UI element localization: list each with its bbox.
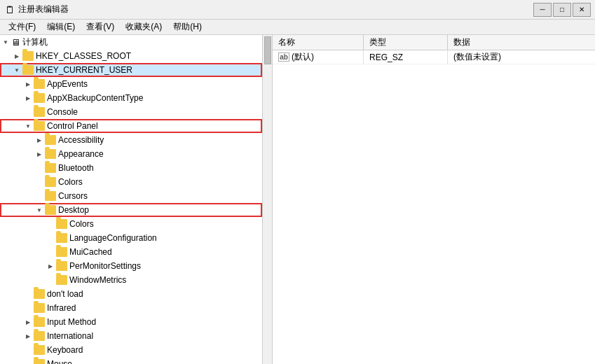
maximize-button[interactable]: □ — [553, 3, 571, 17]
tree-item-hkey-current-user[interactable]: HKEY_CURRENT_USER — [0, 63, 262, 77]
menu-file[interactable]: 文件(F) — [3, 20, 41, 34]
expand-arrow — [34, 176, 45, 188]
tree-item-control-panel[interactable]: Control Panel — [0, 119, 262, 133]
main-content: 🖥 计算机 HKEY_CLASSES_ROOT HKEY_CURRENT_USE… — [0, 35, 595, 364]
tree-label: Control Panel — [47, 121, 98, 131]
folder-icon — [45, 205, 56, 215]
folder-icon — [22, 65, 34, 75]
expand-arrow — [22, 78, 34, 90]
expand-arrow — [22, 106, 34, 118]
tree-label: Input Method — [47, 317, 96, 327]
tree-label: MuiCached — [69, 247, 112, 257]
detail-header: 名称 类型 数据 — [273, 35, 595, 50]
tree-label: HKEY_CLASSES_ROOT — [36, 51, 131, 61]
app-icon: 🗒 — [4, 4, 15, 15]
tree-label: Colors — [58, 177, 83, 187]
tree-label: AppXBackupContentType — [47, 93, 143, 103]
tree-panel[interactable]: 🖥 计算机 HKEY_CLASSES_ROOT HKEY_CURRENT_USE… — [0, 35, 263, 364]
expand-arrow — [11, 64, 22, 76]
tree-item-bluetooth[interactable]: Bluetooth — [0, 161, 262, 175]
expand-arrow — [22, 120, 34, 132]
expand-arrow — [22, 302, 34, 314]
tree-item-cursors[interactable]: Cursors — [0, 189, 262, 203]
tree-item-appearance[interactable]: Appearance — [0, 147, 262, 161]
folder-icon — [34, 359, 45, 364]
col-header-name: 名称 — [273, 35, 364, 50]
expand-arrow — [22, 288, 34, 300]
folder-icon — [45, 149, 56, 159]
minimize-button[interactable]: ─ — [533, 3, 552, 17]
menu-bar: 文件(F) 编辑(E) 查看(V) 收藏夹(A) 帮助(H) — [0, 20, 595, 35]
tree-item-international[interactable]: International — [0, 329, 262, 343]
tree-item-infrared[interactable]: Infrared — [0, 301, 262, 315]
menu-favorites[interactable]: 收藏夹(A) — [120, 20, 167, 34]
col-header-type: 类型 — [364, 35, 448, 50]
folder-icon — [34, 289, 45, 299]
folder-icon — [34, 317, 45, 327]
close-button[interactable]: ✕ — [573, 3, 591, 17]
tree-label: Keyboard — [47, 345, 83, 355]
folder-icon — [34, 303, 45, 313]
expand-arrow — [34, 148, 45, 160]
tree-item-desktop[interactable]: Desktop — [0, 203, 262, 217]
folder-icon — [45, 191, 56, 201]
folder-icon — [45, 135, 56, 145]
tree-label: Colors — [69, 219, 94, 229]
expand-arrow — [22, 344, 34, 356]
tree-label: PerMonitorSettings — [69, 261, 141, 271]
tree-label: don't load — [47, 289, 83, 299]
expand-arrow — [22, 92, 34, 104]
tree-label: AppEvents — [47, 79, 88, 89]
menu-view[interactable]: 查看(V) — [81, 20, 120, 34]
tree-label: Mouse — [47, 359, 72, 364]
expand-arrow — [45, 274, 56, 286]
folder-icon — [34, 331, 45, 341]
expand-arrow — [22, 330, 34, 342]
folder-icon — [56, 219, 67, 229]
tree-label: Appearance — [58, 149, 104, 159]
expand-arrow — [45, 218, 56, 230]
title-bar-controls: ─ □ ✕ — [533, 3, 591, 17]
tree-item-appevents[interactable]: AppEvents — [0, 77, 262, 91]
expand-arrow — [34, 204, 45, 216]
tree-item-hkey-classes-root[interactable]: HKEY_CLASSES_ROOT — [0, 49, 262, 63]
reg-name-label: (默认) — [292, 51, 314, 63]
folder-icon — [56, 275, 67, 285]
tree-label: 计算机 — [22, 36, 48, 48]
tree-item-muicached[interactable]: MuiCached — [0, 245, 262, 259]
menu-edit[interactable]: 编辑(E) — [41, 20, 81, 34]
tree-item-colors[interactable]: Colors — [0, 175, 262, 189]
tree-item-dontload[interactable]: don't load — [0, 287, 262, 301]
detail-cell-data: (数值未设置) — [448, 50, 595, 64]
expand-arrow — [34, 134, 45, 146]
tree-item-keyboard[interactable]: Keyboard — [0, 343, 262, 357]
tree-label: Bluetooth — [58, 163, 94, 173]
tree-item-inputmethod[interactable]: Input Method — [0, 315, 262, 329]
menu-help[interactable]: 帮助(H) — [167, 20, 207, 34]
expand-arrow — [22, 316, 34, 328]
folder-icon — [45, 177, 56, 187]
tree-item-console[interactable]: Console — [0, 105, 262, 119]
tree-label: International — [47, 331, 93, 341]
tree-label: Cursors — [58, 191, 88, 201]
splitter — [263, 35, 273, 364]
tree-item-accessibility[interactable]: Accessibility — [0, 133, 262, 147]
tree-item-mouse[interactable]: Mouse — [0, 357, 262, 364]
tree-item-computer[interactable]: 🖥 计算机 — [0, 35, 262, 49]
tree-item-permonitorsettings[interactable]: PerMonitorSettings — [0, 259, 262, 273]
tree-label: HKEY_CURRENT_USER — [36, 65, 132, 75]
detail-row-default[interactable]: ab (默认) REG_SZ (数值未设置) — [273, 50, 595, 64]
expand-arrow — [34, 190, 45, 202]
folder-icon — [34, 107, 45, 117]
app-title: 注册表编辑器 — [18, 4, 533, 15]
tree-item-appxbackup[interactable]: AppXBackupContentType — [0, 91, 262, 105]
col-header-data: 数据 — [448, 35, 595, 50]
tree-item-windowmetrics[interactable]: WindowMetrics — [0, 273, 262, 287]
tree-item-desktop-colors[interactable]: Colors — [0, 217, 262, 231]
folder-icon — [34, 121, 45, 131]
folder-icon — [34, 93, 45, 103]
title-bar: 🗒 注册表编辑器 ─ □ ✕ — [0, 0, 595, 20]
tree-label: Console — [47, 107, 78, 117]
detail-panel: 名称 类型 数据 ab (默认) REG_SZ (数值未设置) — [273, 35, 595, 364]
tree-item-langconfig[interactable]: LanguageConfiguration — [0, 231, 262, 245]
